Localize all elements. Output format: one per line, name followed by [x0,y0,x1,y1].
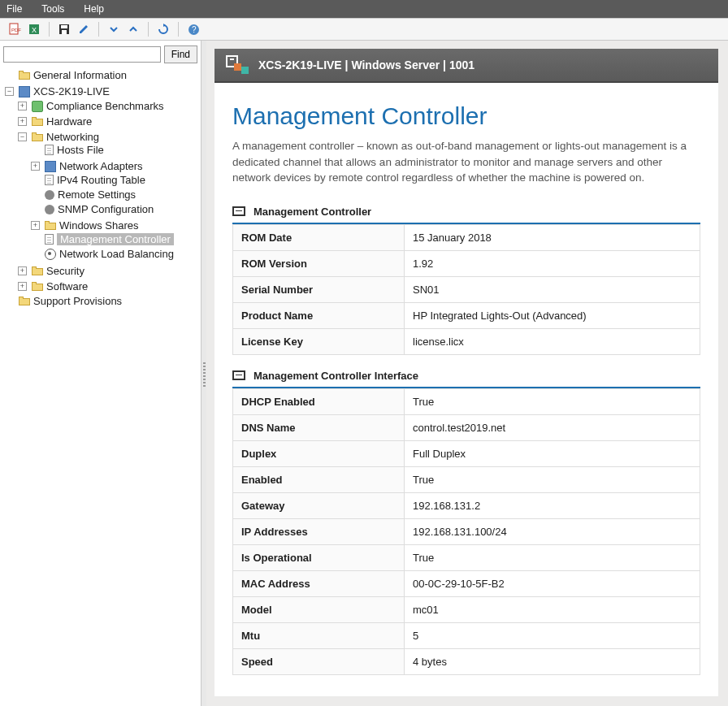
main-panel: Management Controller A management contr… [214,83,718,696]
table-row: DuplexFull Duplex [233,440,700,466]
tree-label: Software [46,280,88,292]
page-description: A management controller – known as out-o… [232,138,700,186]
tree-host-root[interactable]: − XCS-2K19-LIVE [3,85,111,97]
folder-icon [45,221,56,230]
table-row: ROM Date15 January 2018 [233,224,700,250]
tree-nlb[interactable]: Network Load Balancing [29,248,176,260]
tree-support-provisions[interactable]: Support Provisions [3,295,124,307]
tree-software[interactable]: +Software [16,280,89,292]
tree-label: XCS-2K19-LIVE [33,85,110,97]
toolbar: PDF X ? [0,18,728,41]
server-icon [19,86,30,97]
expand-icon[interactable]: + [18,266,27,275]
tree-hardware[interactable]: +Hardware [16,115,93,128]
find-button[interactable]: Find [164,45,197,63]
breadcrumb-text: XCS-2K19-LIVE | Windows Server | 1001 [258,58,474,71]
tree-label: IPv4 Routing Table [57,174,145,186]
collapse-icon[interactable]: − [18,132,27,141]
section-header: Management Controller Interface [232,365,700,388]
refresh-icon[interactable] [155,21,171,37]
tree-label: Network Adapters [59,160,143,172]
sidebar: Find General Information − [0,41,202,706]
svg-rect-6 [62,30,67,34]
export-excel-icon[interactable]: X [26,21,42,37]
prop-value: SN01 [405,276,700,302]
section-icon [232,206,245,216]
menu-help[interactable]: Help [84,3,104,15]
chevron-down-icon[interactable] [106,21,122,37]
prop-value: mc01 [405,596,700,622]
prop-key: IP Addresses [233,518,405,544]
search-input[interactable] [3,46,161,63]
prop-value: True [405,466,700,492]
table-row: IP Addresses192.168.131.100/24 [233,518,700,544]
prop-key: Product Name [233,302,405,328]
tree-label: SNMP Configuration [58,203,154,215]
prop-value: 1.92 [405,250,700,276]
save-icon[interactable] [56,21,72,37]
content-area: XCS-2K19-LIVE | Windows Server | 1001 Ma… [206,41,728,706]
tree-label: Compliance Benchmarks [46,100,164,112]
prop-key: MAC Address [233,570,405,596]
folder-icon [32,266,43,275]
tree-remote-settings[interactable]: Remote Settings [29,188,137,201]
expand-icon[interactable]: + [18,117,27,126]
tree-windows-shares[interactable]: +Windows Shares [29,219,141,232]
prop-value: 5 [405,622,700,648]
collapse-icon[interactable]: − [5,87,14,96]
gear-icon [45,190,54,200]
tree-label: Support Provisions [33,295,122,307]
menu-file[interactable]: File [6,3,22,15]
svg-text:X: X [32,26,37,34]
svg-rect-5 [61,25,67,28]
tree-snmp-config[interactable]: SNMP Configuration [29,203,155,215]
prop-value: 192.168.131.2 [405,492,700,518]
tree-networking[interactable]: −Networking [16,131,101,143]
prop-key: DHCP Enabled [233,388,405,414]
section-title: Management Controller [254,206,371,218]
prop-value: HP Integrated Lights-Out (Advanced) [405,302,700,328]
prop-key: Mtu [233,622,405,648]
menu-tools[interactable]: Tools [41,3,64,15]
table-row: Gateway192.168.131.2 [233,492,700,518]
prop-key: ROM Date [233,224,405,250]
tree-ipv4-routing[interactable]: IPv4 Routing Table [29,174,147,186]
tree-label: Security [46,265,84,277]
expand-icon[interactable]: + [31,221,40,230]
tree-label: Hardware [46,115,92,128]
search-row: Find [3,45,197,63]
tree-compliance[interactable]: +Compliance Benchmarks [16,100,166,112]
edit-icon[interactable] [76,21,92,37]
prop-value: 192.168.131.100/24 [405,518,700,544]
help-icon[interactable]: ? [185,21,202,37]
tree-network-adapters[interactable]: +Network Adapters [29,160,145,172]
chevron-up-icon[interactable] [125,21,141,37]
tree-management-controller[interactable]: Management Controller [29,233,176,245]
export-pdf-icon[interactable]: PDF [6,21,23,37]
tree-general-information[interactable]: General Information [3,69,128,81]
expand-icon[interactable]: + [18,102,27,110]
table-row: Is OperationalTrue [233,544,700,570]
folder-icon [32,282,43,291]
prop-key: ROM Version [233,250,405,276]
check-icon [32,101,43,112]
tree-security[interactable]: +Security [16,265,86,277]
app-frame: File Tools Help PDF X ? [0,0,728,706]
section-title: Management Controller Interface [254,370,418,382]
tree-hosts-file[interactable]: Hosts File [29,144,106,156]
table-row: License Keylicense.licx [233,328,700,354]
tree-label: Network Load Balancing [59,248,174,260]
prop-value: 15 January 2018 [405,224,700,250]
balance-icon [45,249,56,260]
table-row: ROM Version1.92 [233,250,700,276]
nav-tree: General Information − XCS-2K19-LIVE +Com… [3,68,197,309]
section-header: Management Controller [232,201,700,224]
table-row: Modelmc01 [233,596,700,622]
expand-icon[interactable]: + [31,162,40,171]
expand-icon[interactable]: + [18,282,27,291]
tree-label: Networking [46,131,99,143]
prop-key: Model [233,596,405,622]
tree-label: General Information [33,69,127,81]
folder-icon [19,71,30,80]
properties-table: DHCP EnabledTrueDNS Namecontrol.test2019… [232,388,700,675]
